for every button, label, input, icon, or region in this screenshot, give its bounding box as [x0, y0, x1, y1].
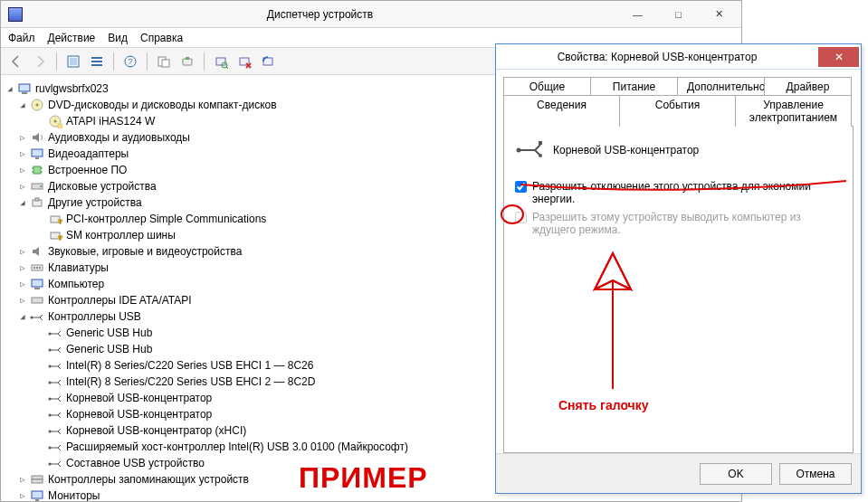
svg-rect-9 — [183, 59, 192, 65]
expand-icon[interactable]: ▷ — [17, 246, 28, 257]
menu-action[interactable]: Действие — [48, 32, 96, 44]
svg-point-50 — [49, 333, 52, 336]
annotation-underline — [520, 181, 851, 199]
toolbar-scan-icon[interactable] — [211, 52, 231, 71]
audio-icon — [30, 130, 44, 145]
svg-rect-19 — [22, 92, 27, 94]
expand-icon[interactable]: ▷ — [17, 262, 28, 273]
svg-rect-18 — [19, 84, 30, 91]
tab-pane-power-management: Корневой USB-концентратор Разрешить откл… — [503, 126, 854, 453]
other-devices-icon — [30, 195, 44, 210]
computer-icon — [30, 277, 44, 291]
unknown-device-icon: ! — [48, 212, 62, 226]
toolbar-forward-icon[interactable] — [30, 52, 50, 71]
tree-label: Расширяемый хост-контроллер Intel(R) USB… — [66, 440, 408, 453]
svg-rect-3 — [91, 61, 102, 62]
svg-rect-59 — [32, 476, 43, 479]
expand-icon[interactable]: ◢ — [17, 311, 28, 322]
toolbar-enable-icon[interactable] — [258, 52, 278, 71]
expand-spacer — [35, 458, 46, 469]
svg-rect-46 — [32, 279, 43, 287]
svg-point-33 — [40, 185, 42, 187]
svg-point-49 — [31, 317, 33, 319]
toolbar-help-icon[interactable]: ? — [120, 52, 140, 71]
usb-device-icon — [48, 391, 62, 405]
tree-label: Intel(R) 8 Series/C220 Series USB EHCI 1… — [66, 359, 313, 372]
expand-icon[interactable]: ◢ — [5, 83, 15, 94]
toolbar-sep — [56, 52, 57, 71]
usb-controller-icon — [30, 309, 44, 324]
tab-advanced[interactable]: Дополнительно — [677, 77, 765, 96]
svg-point-52 — [49, 365, 52, 368]
minimize-button[interactable]: — — [617, 5, 658, 24]
menu-help[interactable]: Справка — [140, 32, 183, 44]
expand-spacer — [35, 425, 46, 436]
svg-rect-4 — [91, 64, 102, 66]
tree-label: DVD-дисководы и дисководы компакт-дисков — [48, 99, 277, 111]
tree-label: Встроенное ПО — [48, 164, 127, 176]
usb-device-icon — [48, 326, 62, 340]
expand-icon[interactable]: ▷ — [17, 165, 28, 175]
expand-icon[interactable]: ▷ — [17, 490, 28, 501]
toolbar-uninstall-icon[interactable] — [234, 52, 254, 71]
tab-general[interactable]: Общие — [503, 77, 591, 96]
tab-power[interactable]: Питание — [590, 77, 678, 96]
dvd-drive-icon — [30, 98, 44, 112]
properties-title: Свойства: Корневой USB-концентратор — [496, 51, 818, 63]
svg-rect-60 — [32, 479, 43, 483]
menu-file[interactable]: Файл — [8, 32, 35, 44]
expand-spacer — [35, 213, 46, 224]
close-button[interactable]: ✕ — [818, 47, 859, 67]
expand-spacer — [35, 230, 46, 241]
disk-icon — [30, 179, 44, 194]
tab-power-management[interactable]: Управление электропитанием — [735, 95, 852, 127]
toolbar-sep — [147, 52, 148, 71]
expand-icon[interactable]: ◢ — [17, 99, 28, 110]
expand-icon[interactable]: ▷ — [17, 474, 28, 485]
expand-icon[interactable]: ▷ — [17, 279, 28, 289]
tree-label: Звуковые, игровые и видеоустройства — [48, 245, 242, 258]
close-button[interactable]: ✕ — [699, 5, 739, 24]
svg-rect-43 — [33, 267, 35, 269]
tree-label: Корневой USB-концентратор — [66, 392, 212, 404]
device-manager-titlebar: Диспетчер устройств — □ ✕ — [1, 1, 741, 28]
toolbar-details-icon[interactable] — [87, 52, 107, 71]
toolbar-show-hidden-icon[interactable] — [63, 52, 83, 71]
toolbar-back-icon[interactable] — [6, 52, 26, 71]
tree-label: Аудиовходы и аудиовыходы — [48, 131, 190, 144]
expand-icon[interactable]: ▷ — [17, 295, 28, 306]
expand-icon[interactable]: ▷ — [17, 148, 28, 159]
annotation-circle-checkbox — [501, 204, 524, 224]
toolbar-sep — [113, 52, 114, 71]
tab-details[interactable]: Сведения — [503, 95, 620, 127]
svg-rect-44 — [36, 267, 38, 269]
expand-icon[interactable]: ◢ — [17, 197, 28, 208]
svg-point-56 — [49, 431, 52, 433]
tree-label: Мониторы — [48, 489, 100, 501]
expand-icon[interactable]: ▷ — [17, 132, 28, 143]
usb-device-icon — [48, 456, 62, 470]
svg-rect-62 — [35, 499, 39, 501]
usb-device-icon — [48, 423, 62, 438]
tab-strip: Общие Питание Дополнительно Драйвер Свед… — [503, 77, 854, 126]
usb-device-icon — [48, 374, 62, 389]
tab-events[interactable]: События — [619, 95, 736, 127]
expand-spacer — [35, 409, 46, 420]
device-manager-icon — [8, 7, 23, 22]
menu-view[interactable]: Вид — [108, 32, 128, 44]
svg-rect-35 — [35, 198, 39, 201]
cancel-button[interactable]: Отмена — [779, 463, 852, 485]
ok-button[interactable]: OK — [700, 463, 772, 485]
svg-rect-10 — [186, 57, 189, 60]
sound-icon — [30, 244, 44, 259]
device-manager-title: Диспетчер устройств — [23, 8, 617, 21]
svg-point-54 — [49, 398, 52, 401]
expand-icon[interactable]: ▷ — [17, 181, 28, 192]
toolbar-update-icon[interactable] — [177, 52, 197, 71]
tree-label: Корневой USB-концентратор (xHCI) — [66, 424, 246, 437]
toolbar-properties-icon[interactable] — [154, 52, 174, 71]
tree-label: Контроллеры запоминающих устройств — [48, 473, 249, 486]
svg-point-23 — [54, 120, 57, 123]
tab-driver[interactable]: Драйвер — [764, 77, 852, 96]
maximize-button[interactable]: □ — [658, 5, 699, 24]
